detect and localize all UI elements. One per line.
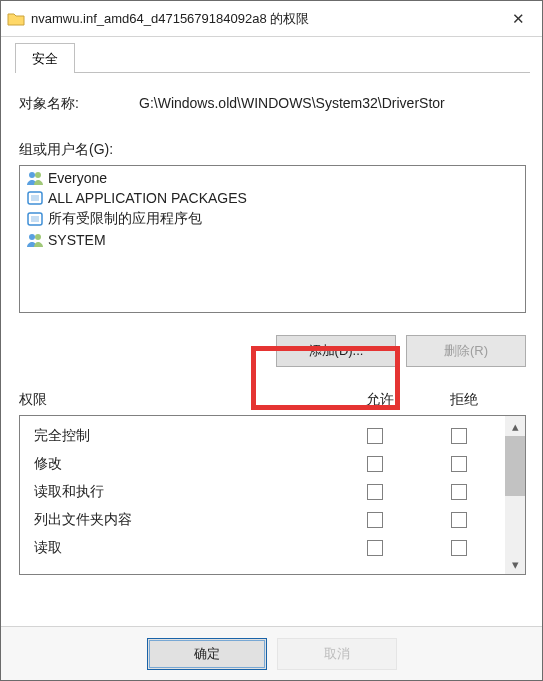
- scroll-thumb[interactable]: [505, 436, 525, 496]
- allow-checkbox[interactable]: [367, 540, 383, 556]
- users-icon: [26, 232, 44, 248]
- perm-row: 读取: [34, 534, 501, 562]
- package-icon: [26, 211, 44, 227]
- allow-checkbox[interactable]: [367, 512, 383, 528]
- group-name: ALL APPLICATION PACKAGES: [48, 190, 247, 206]
- perm-name: 读取和执行: [34, 483, 333, 501]
- permissions-list: 完全控制 修改 读取和执行 列出文件夹内: [20, 416, 505, 574]
- scrollbar[interactable]: ▴ ▾: [505, 416, 525, 574]
- tab-security[interactable]: 安全: [15, 43, 75, 73]
- remove-button: 删除(R): [406, 335, 526, 367]
- deny-checkbox[interactable]: [451, 512, 467, 528]
- dialog-body: 安全 对象名称: G:\Windows.old\WINDOWS\System32…: [1, 37, 542, 626]
- list-item[interactable]: 所有受限制的应用程序包: [20, 208, 525, 230]
- close-button[interactable]: ✕: [494, 1, 542, 36]
- allow-checkbox[interactable]: [367, 484, 383, 500]
- deny-checkbox[interactable]: [451, 484, 467, 500]
- allow-checkbox[interactable]: [367, 456, 383, 472]
- perm-header-deny: 拒绝: [422, 391, 506, 409]
- perm-name: 完全控制: [34, 427, 333, 445]
- scroll-down-icon[interactable]: ▾: [505, 554, 525, 574]
- cancel-button-label: 取消: [324, 645, 350, 663]
- ok-button[interactable]: 确定: [147, 638, 267, 670]
- svg-point-7: [35, 234, 41, 240]
- scroll-up-icon[interactable]: ▴: [505, 416, 525, 436]
- perm-name: 列出文件夹内容: [34, 511, 333, 529]
- remove-button-label: 删除(R): [444, 342, 488, 360]
- tab-strip: 安全: [1, 37, 542, 73]
- object-name-row: 对象名称: G:\Windows.old\WINDOWS\System32\Dr…: [15, 81, 530, 113]
- close-icon: ✕: [512, 10, 525, 28]
- perm-row: 读取和执行: [34, 478, 501, 506]
- list-item[interactable]: SYSTEM: [20, 230, 525, 250]
- security-panel: 对象名称: G:\Windows.old\WINDOWS\System32\Dr…: [15, 72, 530, 625]
- ok-button-label: 确定: [194, 645, 220, 663]
- group-name: 所有受限制的应用程序包: [48, 210, 202, 228]
- perm-row: 列出文件夹内容: [34, 506, 501, 534]
- deny-checkbox[interactable]: [451, 428, 467, 444]
- list-item[interactable]: Everyone: [20, 168, 525, 188]
- groups-label: 组或用户名(G):: [15, 113, 530, 165]
- svg-rect-3: [31, 195, 39, 201]
- object-name-label: 对象名称:: [19, 95, 139, 113]
- perm-row: 修改: [34, 450, 501, 478]
- window-title: nvamwu.inf_amd64_d4715679184092a8 的权限: [31, 10, 494, 28]
- perm-row: 完全控制: [34, 422, 501, 450]
- allow-checkbox[interactable]: [367, 428, 383, 444]
- perm-header-allow: 允许: [338, 391, 422, 409]
- groups-list[interactable]: Everyone ALL APPLICATION PACKAGES 所有受限制的…: [19, 165, 526, 313]
- users-icon: [26, 170, 44, 186]
- object-name-value: G:\Windows.old\WINDOWS\System32\DriverSt…: [139, 95, 526, 113]
- dialog-footer: 确定 取消: [1, 626, 542, 680]
- svg-point-1: [35, 172, 41, 178]
- perm-name: 读取: [34, 539, 333, 557]
- folder-icon: [7, 10, 25, 28]
- perm-header-name: 权限: [19, 391, 338, 409]
- svg-point-6: [29, 234, 35, 240]
- tab-security-label: 安全: [32, 51, 58, 66]
- group-buttons-row: 添加(D)... 删除(R): [15, 313, 530, 367]
- cancel-button[interactable]: 取消: [277, 638, 397, 670]
- perm-name: 修改: [34, 455, 333, 473]
- permissions-list-container: 完全控制 修改 读取和执行 列出文件夹内: [19, 415, 526, 575]
- group-name: SYSTEM: [48, 232, 106, 248]
- deny-checkbox[interactable]: [451, 540, 467, 556]
- permissions-dialog: nvamwu.inf_amd64_d4715679184092a8 的权限 ✕ …: [0, 0, 543, 681]
- add-button-label: 添加(D)...: [309, 342, 364, 360]
- titlebar: nvamwu.inf_amd64_d4715679184092a8 的权限 ✕: [1, 1, 542, 37]
- scroll-track-space[interactable]: [505, 496, 525, 554]
- list-item[interactable]: ALL APPLICATION PACKAGES: [20, 188, 525, 208]
- group-name: Everyone: [48, 170, 107, 186]
- deny-checkbox[interactable]: [451, 456, 467, 472]
- svg-point-0: [29, 172, 35, 178]
- package-icon: [26, 190, 44, 206]
- add-button[interactable]: 添加(D)...: [276, 335, 396, 367]
- permissions-header: 权限 允许 拒绝: [15, 367, 530, 415]
- svg-rect-5: [31, 216, 39, 222]
